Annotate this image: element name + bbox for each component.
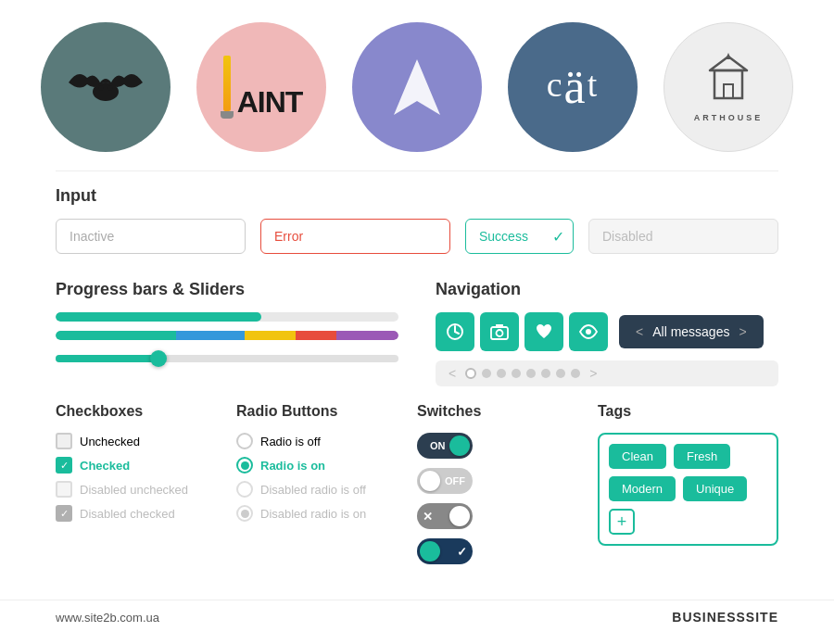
cb-label-disabled-checked: Disabled checked [80, 507, 175, 521]
footer-url: www.site2b.com.ua [56, 611, 159, 625]
cb-disabled-unchecked: Disabled unchecked [56, 481, 236, 498]
page-dot-1[interactable] [465, 368, 476, 379]
svg-rect-11 [491, 327, 508, 339]
radio-section: Radio Buttons Radio is off Radio is on D… [236, 403, 417, 574]
cb-box-unchecked[interactable] [56, 433, 72, 449]
progress-fill-1 [56, 312, 261, 322]
radio-disabled-on: Disabled radio is on [236, 505, 417, 522]
nav-pagination: < > [436, 360, 778, 386]
direct-logo [352, 22, 482, 152]
nav-icon-eye[interactable] [569, 312, 608, 351]
seg-blue [176, 331, 245, 340]
cb-box-checked[interactable]: ✓ [56, 457, 72, 474]
nav-title: Navigation [436, 280, 778, 299]
disabled-input [588, 219, 778, 254]
switch-thumb-x [449, 506, 470, 526]
switch-track-on-dark[interactable]: ON [417, 433, 473, 459]
radio-btn-disabled-on [236, 505, 253, 522]
switch-on-dark: ON [417, 433, 598, 459]
switch-check: ✓ [417, 538, 598, 564]
seg-purple [336, 331, 398, 340]
switch-x-label: ✕ [423, 510, 433, 524]
svg-point-13 [586, 329, 591, 335]
svg-point-1 [98, 85, 104, 91]
radio-disabled-off: Disabled radio is off [236, 481, 417, 498]
switch-track-x[interactable]: ✕ [417, 503, 473, 529]
page-dot-4[interactable] [512, 369, 521, 378]
tag-add-btn[interactable]: + [609, 509, 635, 535]
slider-track [56, 355, 398, 362]
tags-container: Clean Fresh Modern Unique + [598, 433, 778, 546]
radio-title: Radio Buttons [236, 403, 417, 420]
switches-section: Switches ON OFF ✕ [417, 403, 598, 574]
progress-bar-1 [56, 312, 398, 322]
nav-icon-camera[interactable] [480, 312, 519, 351]
tag-clean[interactable]: Clean [609, 444, 666, 469]
cb-label-disabled-unchecked: Disabled unchecked [80, 483, 188, 497]
pagination-next[interactable]: > [586, 366, 600, 381]
seg-red [296, 331, 336, 340]
switch-track-off-gray[interactable]: OFF [417, 468, 473, 494]
page-dot-8[interactable] [571, 369, 580, 378]
switch-x: ✕ [417, 503, 598, 529]
checkboxes-section: Checkboxes Unchecked ✓ Checked Disabled … [56, 403, 236, 574]
seg-teal [56, 331, 176, 340]
logo-row: AINT cät ARTHOUSE [0, 0, 834, 170]
tag-modern[interactable]: Modern [609, 476, 676, 501]
radio-btn-on[interactable] [236, 457, 253, 474]
radio-btn-off[interactable] [236, 433, 253, 449]
nav-icon-clock[interactable] [436, 312, 474, 351]
bottom-section: Checkboxes Unchecked ✓ Checked Disabled … [56, 403, 778, 574]
footer: www.site2b.com.ua BUSINESSSITE [0, 600, 834, 634]
radio-inner-on [241, 461, 249, 470]
nav-prev-arrow: < [636, 324, 643, 339]
svg-marker-3 [394, 59, 440, 115]
svg-line-10 [455, 332, 459, 334]
switch-thumb-on-dark [449, 436, 470, 456]
tags-section: Tags Clean Fresh Modern Unique + [598, 403, 778, 574]
progress-title: Progress bars & Sliders [56, 280, 398, 299]
radio-inner-disabled [241, 510, 249, 518]
cb-label-unchecked: Unchecked [80, 435, 140, 448]
middle-section: Progress bars & Sliders [56, 280, 778, 386]
footer-brand: BUSINESSSITE [672, 610, 778, 625]
page-dot-5[interactable] [526, 369, 536, 378]
error-input[interactable] [260, 219, 450, 254]
svg-point-2 [107, 85, 113, 91]
success-input-wrap: ✓ [465, 219, 574, 254]
cb-box-disabled-unchecked [56, 481, 72, 498]
page-dot-7[interactable] [556, 369, 565, 378]
switch-check-label: ✓ [457, 545, 467, 559]
nav-icon-heart[interactable] [524, 312, 563, 351]
inactive-input[interactable] [56, 219, 246, 254]
tag-fresh[interactable]: Fresh [674, 444, 730, 469]
tag-unique[interactable]: Unique [683, 476, 747, 501]
success-icon: ✓ [552, 228, 564, 246]
all-messages-btn[interactable]: < All messages > [619, 315, 764, 348]
svg-marker-7 [726, 53, 731, 59]
progress-fill-2 [56, 331, 398, 340]
arthouse-logo: ARTHOUSE [663, 22, 793, 152]
slider-thumb[interactable] [150, 350, 167, 367]
page-dot-3[interactable] [497, 369, 506, 378]
cb-label-checked: Checked [80, 459, 130, 473]
radio-label-off: Radio is off [260, 435, 321, 448]
switch-off-label: OFF [445, 475, 465, 486]
cb-box-disabled-checked: ✓ [56, 505, 72, 522]
svg-rect-6 [724, 84, 733, 98]
cb-unchecked: Unchecked [56, 433, 236, 449]
pagination-prev[interactable]: < [445, 366, 460, 381]
progress-bar-2 [56, 331, 398, 340]
cb-disabled-checked: ✓ Disabled checked [56, 505, 236, 522]
checkboxes-title: Checkboxes [56, 403, 236, 420]
radio-btn-disabled-off [236, 481, 253, 498]
slider[interactable] [56, 349, 398, 368]
page-dot-2[interactable] [482, 369, 491, 378]
cb-checked: ✓ Checked [56, 457, 236, 474]
page-dot-6[interactable] [541, 369, 550, 378]
switch-on-label: ON [424, 440, 446, 451]
svg-point-12 [497, 330, 503, 336]
switch-track-check[interactable]: ✓ [417, 538, 473, 564]
nav-icons-row: < All messages > [436, 312, 778, 351]
tags-title: Tags [598, 403, 778, 420]
